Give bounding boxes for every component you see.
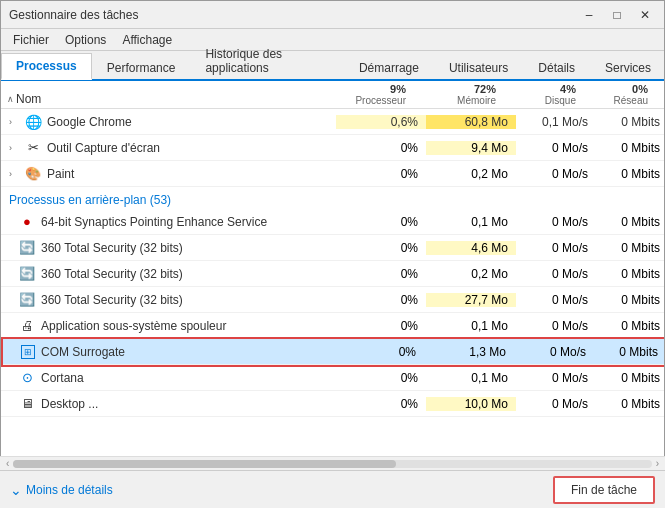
surrogate-icon: ⊞ <box>21 345 35 359</box>
row-cpu: 0% <box>336 397 426 411</box>
table-row[interactable]: 🖨 Application sous-système spouleur 0% 0… <box>1 313 665 339</box>
row-cpu: 0% <box>336 215 426 229</box>
col-name-header[interactable]: Nom <box>16 92 41 106</box>
tab-processus[interactable]: Processus <box>1 53 92 80</box>
row-disk: 0 Mo/s <box>516 397 596 411</box>
title-bar-buttons: – □ ✕ <box>576 5 658 25</box>
tabs-bar: Processus Performance Historique des app… <box>1 51 665 81</box>
row-disk: 0 Mo/s <box>516 293 596 307</box>
row-cpu: 0% <box>336 319 426 333</box>
row-net: 0 Mbits <box>594 345 664 359</box>
col-mem-header[interactable]: 72% Mémoire <box>414 83 504 106</box>
row-mem: 0,2 Mo <box>426 267 516 281</box>
capture-icon: ✂ <box>25 140 41 156</box>
table-row[interactable]: › ✂ Outil Capture d'écran 0% 9,4 Mo 0 Mo… <box>1 135 665 161</box>
row-name-text: Outil Capture d'écran <box>47 141 160 155</box>
scroll-left-icon[interactable]: ‹ <box>6 458 9 469</box>
row-name-text: Paint <box>47 167 74 181</box>
col-cpu-header[interactable]: 9% Processeur <box>324 83 414 106</box>
row-mem: 60,8 Mo <box>426 115 516 129</box>
row-name-text: Google Chrome <box>47 115 132 129</box>
row-cpu: 0,6% <box>336 115 426 129</box>
table-row[interactable]: 🔄 360 Total Security (32 bits) 0% 27,7 M… <box>1 287 665 313</box>
tab-services[interactable]: Services <box>590 55 665 80</box>
scroll-right-icon[interactable]: › <box>656 458 659 469</box>
expand-arrow-icon: › <box>9 143 19 153</box>
col-cpu-label: Processeur <box>324 95 406 106</box>
col-net-pct: 0% <box>584 83 648 95</box>
scrollbar-area[interactable]: ‹ › <box>0 456 665 470</box>
row-disk: 0,1 Mo/s <box>516 115 596 129</box>
col-net-header[interactable]: 0% Réseau <box>584 83 654 106</box>
row-name-text: Desktop ... <box>41 397 98 411</box>
tab-details[interactable]: Détails <box>523 55 590 80</box>
col-disk-pct: 4% <box>504 83 576 95</box>
menu-fichier[interactable]: Fichier <box>5 31 57 49</box>
row-name-text: 64-bit Synaptics Pointing Enhance Servic… <box>41 215 267 229</box>
row-net: 0 Mbits <box>596 293 665 307</box>
row-name-text: Application sous-système spouleur <box>41 319 226 333</box>
row-name-text: Cortana <box>41 371 84 385</box>
table-row[interactable]: › 🌐 Google Chrome 0,6% 60,8 Mo 0,1 Mo/s … <box>1 109 665 135</box>
synaptics-icon: ● <box>19 214 35 230</box>
status-bar: ⌄ Moins de détails Fin de tâche <box>0 470 665 508</box>
moins-details-button[interactable]: ⌄ Moins de détails <box>10 482 113 498</box>
row-cpu: 0% <box>334 345 424 359</box>
row-disk: 0 Mo/s <box>516 371 596 385</box>
sort-arrow-icon: ∧ <box>7 94 14 104</box>
minimize-button[interactable]: – <box>576 5 602 25</box>
paint-icon: 🎨 <box>25 166 41 182</box>
background-section-header: Processus en arrière-plan (53) <box>1 187 665 209</box>
row-net: 0 Mbits <box>596 371 665 385</box>
row-net: 0 Mbits <box>596 397 665 411</box>
table-row[interactable]: 🔄 360 Total Security (32 bits) 0% 4,6 Mo… <box>1 235 665 261</box>
tab-historique[interactable]: Historique des applications <box>190 41 344 80</box>
row-net: 0 Mbits <box>596 267 665 281</box>
table-row[interactable]: › 🎨 Paint 0% 0,2 Mo 0 Mo/s 0 Mbits <box>1 161 665 187</box>
scrollbar-thumb[interactable] <box>13 460 396 468</box>
row-disk: 0 Mo/s <box>516 267 596 281</box>
close-button[interactable]: ✕ <box>632 5 658 25</box>
row-net: 0 Mbits <box>596 167 665 181</box>
row-cpu: 0% <box>336 167 426 181</box>
chrome-icon: 🌐 <box>25 114 41 130</box>
tab-utilisateurs[interactable]: Utilisateurs <box>434 55 523 80</box>
row-net: 0 Mbits <box>596 241 665 255</box>
col-mem-pct: 72% <box>414 83 496 95</box>
row-mem: 10,0 Mo <box>426 397 516 411</box>
table-row[interactable]: 🖥 Desktop ... 0% 10,0 Mo 0 Mo/s 0 Mbits <box>1 391 665 417</box>
row-name-text: 360 Total Security (32 bits) <box>41 293 183 307</box>
menu-options[interactable]: Options <box>57 31 114 49</box>
maximize-button[interactable]: □ <box>604 5 630 25</box>
menu-affichage[interactable]: Affichage <box>114 31 180 49</box>
col-disk-label: Disque <box>504 95 576 106</box>
moins-details-arrow-icon: ⌄ <box>10 482 22 498</box>
row-mem: 4,6 Mo <box>426 241 516 255</box>
row-cpu: 0% <box>336 371 426 385</box>
table-row[interactable]: 🔄 360 Total Security (32 bits) 0% 0,2 Mo… <box>1 261 665 287</box>
desktop-icon: 🖥 <box>19 396 35 412</box>
title-bar: Gestionnaire des tâches – □ ✕ <box>1 1 665 29</box>
row-mem: 0,1 Mo <box>426 215 516 229</box>
row-net: 0 Mbits <box>596 215 665 229</box>
row-disk: 0 Mo/s <box>514 345 594 359</box>
horizontal-scrollbar[interactable] <box>13 460 651 468</box>
fin-tache-button[interactable]: Fin de tâche <box>553 476 655 504</box>
row-mem: 27,7 Mo <box>426 293 516 307</box>
row-disk: 0 Mo/s <box>516 215 596 229</box>
row-net: 0 Mbits <box>596 319 665 333</box>
table-row[interactable]: ● 64-bit Synaptics Pointing Enhance Serv… <box>1 209 665 235</box>
table-row[interactable]: ⊙ Cortana 0% 0,1 Mo 0 Mo/s 0 Mbits <box>1 365 665 391</box>
row-name-text: COM Surrogate <box>41 345 125 359</box>
row-mem: 0,2 Mo <box>426 167 516 181</box>
row-mem: 9,4 Mo <box>426 141 516 155</box>
col-disk-header[interactable]: 4% Disque <box>504 83 584 106</box>
tab-performance[interactable]: Performance <box>92 55 191 80</box>
row-disk: 0 Mo/s <box>516 241 596 255</box>
com-surrogate-row[interactable]: ⊞ COM Surrogate 0% 1,3 Mo 0 Mo/s 0 Mbits <box>3 339 664 365</box>
col-cpu-pct: 9% <box>324 83 406 95</box>
row-mem: 1,3 Mo <box>424 345 514 359</box>
table-content: › 🌐 Google Chrome 0,6% 60,8 Mo 0,1 Mo/s … <box>1 109 665 508</box>
tab-demarrage[interactable]: Démarrage <box>344 55 434 80</box>
background-section-label: Processus en arrière-plan (53) <box>9 193 171 207</box>
